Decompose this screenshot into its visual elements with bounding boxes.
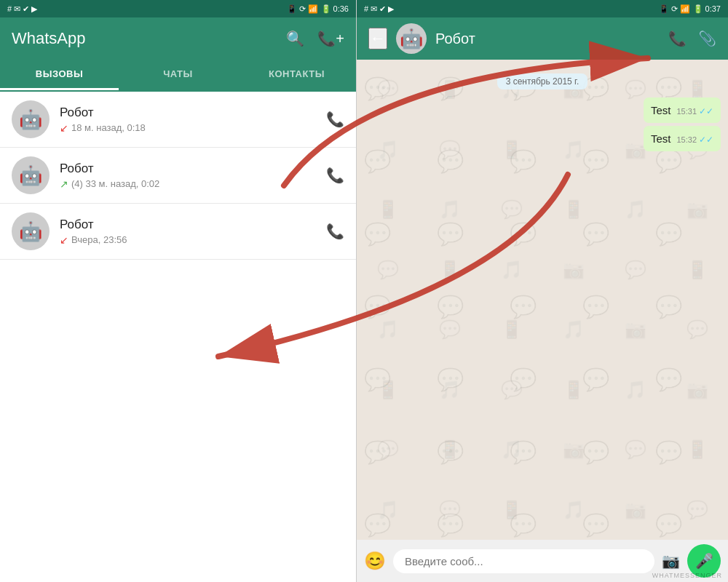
chat-phone-button[interactable]: 📞 [668, 30, 687, 47]
call-info-2: Робот ↙ Вчера, 23:56 [60, 218, 326, 246]
call-list: 🤖 Робот ↙ 18 м. назад, 0:18 📞 🤖 Робот ↗ … [0, 92, 356, 582]
call-detail-1: ↗ (4) 33 м. назад, 0:02 [60, 178, 326, 190]
tab-calls[interactable]: ВЫЗОВЫ [0, 60, 119, 90]
call-phone-button-1[interactable]: 📞 [326, 167, 344, 184]
call-name-2: Робот [60, 218, 326, 232]
chat-contact-name: Робот [435, 31, 660, 47]
status-bar-left-right-icons: 📱 ⟳ 📶 🔋 0:36 [287, 4, 349, 14]
call-detail-text-0: 18 м. назад, 0:18 [71, 122, 146, 133]
call-phone-button-2[interactable]: 📞 [326, 223, 344, 240]
header-actions: 🔍 📞+ [286, 30, 344, 47]
back-button[interactable]: ← [368, 28, 387, 49]
chat-header: ← 🤖 Робот 📞 📎 [357, 17, 728, 60]
call-phone-button-0[interactable]: 📞 [326, 111, 344, 128]
call-direction-icon-2: ↙ [60, 234, 68, 246]
camera-button[interactable]: 📷 [662, 552, 680, 570]
tabs-bar: ВЫЗОВЫ ЧАТЫ КОНТАКТЫ [0, 60, 356, 92]
message-time-0: 15:31 [676, 106, 697, 117]
chat-avatar-image: 🤖 [400, 28, 423, 50]
avatar-2: 🤖 [12, 212, 50, 250]
chat-attach-button[interactable]: 📎 [698, 30, 716, 47]
watermark: WHATMESSENGER [652, 572, 722, 579]
status-bar-right-right-icons: 📱 ⟳ 📶 🔋 0:37 [659, 4, 721, 14]
call-name-1: Робот [60, 162, 326, 176]
message-0: Test 15:31 ✓✓ [644, 97, 721, 123]
status-time-right: 0:37 [705, 4, 721, 13]
left-panel: # ✉ ✔ ▶ 📱 ⟳ 📶 🔋 0:36 WhatsApp 🔍 📞+ ВЫЗОВ… [0, 0, 357, 582]
message-ticks-0: ✓✓ [699, 105, 713, 118]
status-bar-right: # ✉ ✔ ▶ 📱 ⟳ 📶 🔋 0:37 [357, 0, 728, 17]
call-detail-text-1: (4) 33 м. назад, 0:02 [71, 178, 159, 189]
call-item-1[interactable]: 🤖 Робот ↗ (4) 33 м. назад, 0:02 📞 [0, 148, 356, 204]
avatar-0: 🤖 [12, 100, 50, 138]
call-item-0[interactable]: 🤖 Робот ↙ 18 м. назад, 0:18 📞 [0, 92, 356, 148]
add-call-button[interactable]: 📞+ [317, 30, 344, 47]
tab-chats[interactable]: ЧАТЫ [119, 60, 237, 90]
avatar-1: 🤖 [12, 156, 50, 194]
call-detail-0: ↙ 18 м. назад, 0:18 [60, 122, 326, 134]
message-1: Test 15:32 ✓✓ [644, 126, 721, 151]
message-text-0: Test [651, 103, 671, 118]
call-name-0: Робот [60, 105, 326, 120]
date-badge: 3 сентябрь 2015 г. [364, 74, 721, 87]
call-info-1: Робот ↗ (4) 33 м. назад, 0:02 [60, 162, 326, 190]
call-detail-2: ↙ Вчера, 23:56 [60, 234, 326, 246]
call-item-2[interactable]: 🤖 Робот ↙ Вчера, 23:56 📞 [0, 204, 356, 260]
chat-header-icons: 📞 📎 [668, 30, 716, 47]
status-time-left: 0:36 [333, 4, 349, 13]
search-button[interactable]: 🔍 [286, 30, 304, 47]
status-bar-left-icons: # ✉ ✔ ▶ [7, 4, 37, 14]
message-meta-1: 15:32 ✓✓ [676, 134, 713, 146]
emoji-button[interactable]: 😊 [364, 551, 386, 571]
date-badge-text: 3 сентябрь 2015 г. [497, 73, 588, 89]
message-meta-0: 15:31 ✓✓ [676, 105, 713, 118]
right-panel: # ✉ ✔ ▶ 📱 ⟳ 📶 🔋 0:37 ← 🤖 Робот 📞 📎 💬📱🎵📷💬… [357, 0, 728, 582]
status-bar-right-icons: # ✉ ✔ ▶ [364, 4, 394, 14]
status-bar-left: # ✉ ✔ ▶ 📱 ⟳ 📶 🔋 0:36 [0, 0, 356, 17]
call-direction-icon-0: ↙ [60, 122, 68, 134]
app-title: WhatsApp [12, 29, 86, 48]
call-info-0: Робот ↙ 18 м. назад, 0:18 [60, 105, 326, 134]
message-text-1: Test [651, 131, 671, 146]
chat-avatar: 🤖 [396, 23, 427, 54]
message-time-1: 15:32 [676, 135, 697, 146]
header-left: WhatsApp 🔍 📞+ [0, 17, 356, 60]
chat-body: 💬📱🎵📷💬📱 🎵💬📱🎵📷💬 📱🎵💬📱🎵📷 💬📱🎵📷💬📱 🎵💬📱🎵📷💬 📱🎵💬📱🎵… [357, 60, 728, 540]
tab-contacts[interactable]: КОНТАКТЫ [237, 60, 356, 90]
message-input[interactable] [393, 549, 654, 573]
call-direction-icon-1: ↗ [60, 178, 68, 190]
messages-area: 3 сентябрь 2015 г. Test 15:31 ✓✓ Test 15… [364, 67, 721, 151]
message-ticks-1: ✓✓ [699, 134, 713, 146]
call-detail-text-2: Вчера, 23:56 [71, 234, 127, 245]
